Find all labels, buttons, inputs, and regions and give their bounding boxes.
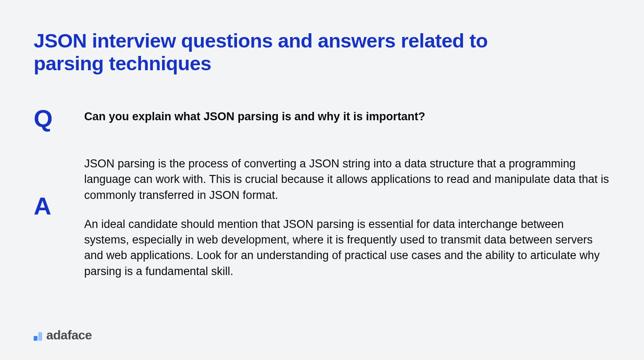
logo-bar-1: [34, 336, 37, 341]
answer-paragraph-2: An ideal candidate should mention that J…: [84, 217, 610, 279]
logo-icon: [34, 330, 42, 341]
answer-paragraph-1: JSON parsing is the process of convertin…: [84, 156, 610, 203]
answer-text: JSON parsing is the process of convertin…: [84, 156, 610, 279]
footer: adaface: [34, 328, 92, 342]
qa-section: Q Can you explain what JSON parsing is a…: [34, 106, 610, 279]
answer-row: A JSON parsing is the process of convert…: [34, 156, 610, 279]
question-text: Can you explain what JSON parsing is and…: [84, 106, 425, 125]
page-title: JSON interview questions and answers rel…: [34, 29, 539, 75]
question-row: Q Can you explain what JSON parsing is a…: [34, 106, 610, 131]
logo-bar-2: [38, 332, 42, 341]
brand-name: adaface: [46, 328, 92, 342]
answer-marker: A: [34, 194, 59, 218]
question-marker: Q: [34, 106, 59, 131]
